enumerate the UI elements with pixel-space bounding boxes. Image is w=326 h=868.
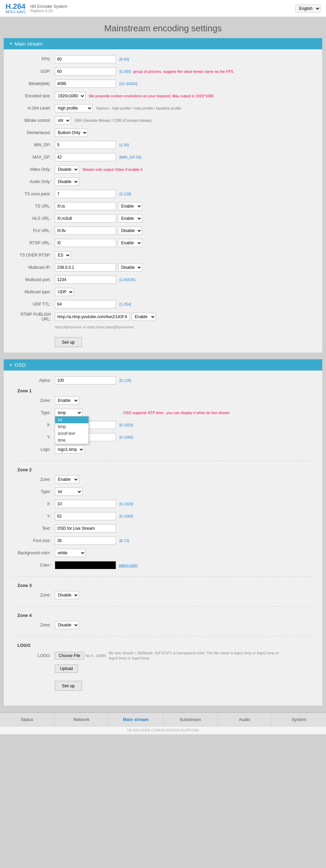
language-selector[interactable]: English [295,4,321,13]
zone2-color-swatch[interactable] [55,561,116,569]
min-gop-input[interactable] [55,141,116,149]
multicast-ip-input[interactable] [55,263,116,272]
footer-tabs: Status Network Main stream Substream Aud… [0,713,326,726]
rtmp-url-label: RTMP PUBLISH URL: [11,312,55,322]
video-only-label: Video Only: [11,167,55,172]
zone3-zone-select[interactable]: Disable Enable [55,591,79,599]
multicast-port-hint: [1-65535] [119,278,135,282]
rtmp-hint: rtmp://ip/xxx/xxx or rtmp://user:pass@ip… [55,325,315,329]
zone2-bgcolor-select[interactable]: white black red green blue transparent [55,549,86,557]
osd-setup-button[interactable]: Set up [55,681,82,691]
language-dropdown[interactable]: English [295,4,321,13]
zone2-x-input[interactable] [55,500,116,508]
alpha-input[interactable] [55,376,116,384]
main-stream-panel: Main stream FPS: [5-60] GOP: [5-300] gro… [3,38,323,353]
zone4-zone-row: Zone: Disable Enable [11,621,315,629]
bitrate-input[interactable] [55,80,116,88]
rtsp-url-input[interactable] [55,239,116,247]
zone2-y-label: Y: [11,514,55,519]
zone1-zone-row: Zone: Enable Disable [11,396,315,405]
logo-upload-btn-area: Upload [55,665,315,675]
zone3-zone-label: Zone: [11,593,55,597]
hls-url-select[interactable]: Enable Disable [118,214,142,223]
logo-area: H.264 MPEG-4/AVC HD Encoder System Platf… [5,3,67,14]
zone2-text-input[interactable] [55,524,116,533]
zone1-logo-row: Logo: logo1.bmp logo2.bmp logo3.bmp logo… [11,445,315,454]
zone1-block: Zone 1 Zone: Enable Disable Type: bmp tx… [11,388,315,461]
zone2-zone-select[interactable]: Enable Disable [55,475,79,484]
encoded-size-select[interactable]: 1920x1080 1280x720 720x576 [55,92,85,100]
zone2-text-row: Text: [11,524,315,533]
zone2-fontsize-row: Font size: [8-72] [11,536,315,545]
video-only-row: Video Only: Disable Enable Stream only o… [11,165,315,174]
audio-only-select[interactable]: Disable Enable [55,178,79,186]
ts-url-label: TS URL: [11,204,55,209]
deinterlaced-select[interactable]: Buttom Only Top Only Disable [55,129,88,137]
dropdown-item-scroll-text[interactable]: scroll text [55,430,88,437]
rtsp-url-select[interactable]: Enable Disable [118,239,142,247]
ts-once-pack-input[interactable] [55,190,116,198]
zone1-zone-select[interactable]: Enable Disable [55,396,79,405]
min-gop-label: MIN_GP: [11,143,55,147]
zone2-select-color-link[interactable]: select color [119,563,138,567]
gop-note: group of pictures, suggest the value kee… [133,69,234,73]
zone2-color-row: Color: select color [11,561,315,570]
flv-url-input[interactable] [55,227,116,235]
udp-ttl-label: UDP TTL: [11,302,55,307]
bitrate-control-label: Bitrate control: [11,118,55,123]
alpha-label: Alpha: [11,378,55,383]
bitrate-control-select[interactable]: vbr cbr [55,116,71,125]
dropdown-item-bmp[interactable]: bmp [55,423,88,430]
ts-url-input[interactable] [55,202,116,210]
upload-button[interactable]: Upload [55,665,78,673]
video-only-select[interactable]: Disable Enable [55,165,79,174]
fps-hint: [5-60] [119,57,129,61]
logo-section-title: LOGO [11,643,315,648]
footer-tab-main-stream[interactable]: Main stream [109,713,163,726]
dropdown-item-time[interactable]: time [55,437,88,444]
multicast-ip-select[interactable]: Disable Enable [118,263,142,272]
header: H.264 MPEG-4/AVC HD Encoder System Platf… [0,0,326,17]
osd-setup-area: Set up [55,678,315,691]
footer-tab-system[interactable]: System [272,713,326,726]
footer-tab-status[interactable]: Status [0,713,54,726]
rtmp-url-input[interactable] [55,313,130,321]
multicast-type-select[interactable]: UDP TCP [55,288,74,296]
multicast-type-label: Multicast type: [11,290,55,294]
zone4-zone-select[interactable]: Disable Enable [55,621,79,629]
fps-input[interactable] [55,55,116,63]
choose-file-button[interactable]: Choose File [55,652,84,659]
zone2-y-input[interactable] [55,512,116,520]
dropdown-item-txt[interactable]: txt [55,416,88,423]
rtmp-url-select[interactable]: Enable Disable [132,313,156,321]
rtsp-url-label: RTSP URL: [11,241,55,245]
zone2-fontsize-input[interactable] [55,537,116,545]
ts-over-rtsp-select[interactable]: ES TS [55,251,71,259]
footer-tab-audio[interactable]: Audio [217,713,272,726]
zone2-fontsize-label: Font size: [11,538,55,543]
h264-level-select[interactable]: high profile main profile baseline profi… [55,104,93,112]
zone2-type-select[interactable]: txt bmp scroll text time [55,488,82,496]
footer-tab-substream[interactable]: Substream [163,713,217,726]
flv-url-select[interactable]: Disable Enable [118,227,142,235]
ts-url-select[interactable]: Enable Disable [118,202,142,210]
hls-url-input[interactable] [55,214,116,223]
zone1-logo-select[interactable]: logo1.bmp logo2.bmp logo3.bmp logo4.bmp [55,445,84,454]
udp-ttl-hint: [1-254] [119,302,131,306]
hls-url-row: HLS URL: Enable Disable [11,214,315,223]
zone2-type-row: Type: txt bmp scroll text time [11,487,315,496]
udp-ttl-input[interactable] [55,300,116,308]
max-gop-input[interactable] [55,153,116,161]
audio-only-row: Audio Only: Disable Enable [11,177,315,186]
gop-input[interactable] [55,67,116,76]
zone2-y-row: Y: [0-1080] [11,512,315,521]
zone1-y-hint: [0-1080] [119,435,133,439]
main-stream-header: Main stream [4,38,322,49]
footer-tab-network[interactable]: Network [54,713,109,726]
zone2-zone-label: Zone: [11,477,55,482]
encoded-size-row: Encoded size: 1920x1080 1280x720 720x576… [11,92,315,100]
zone1-type-select[interactable]: bmp txt scroll text time [55,409,82,417]
main-stream-setup-button[interactable]: Set up [55,337,82,347]
multicast-port-input[interactable] [55,276,116,284]
udp-ttl-row: UDP TTL: [1-254] [11,300,315,309]
